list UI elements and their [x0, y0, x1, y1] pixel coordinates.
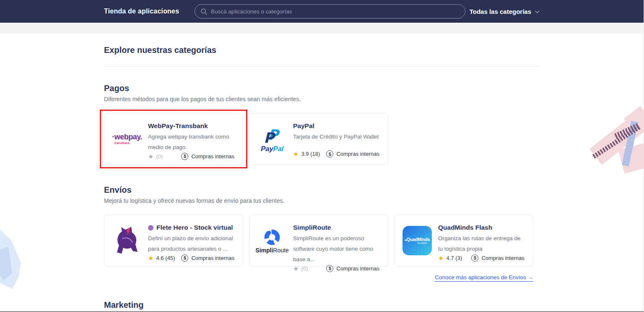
in-app-purchases-label: Compras internas	[336, 151, 379, 157]
decorative-pink-ribbon	[589, 109, 644, 165]
simpliroute-mark-icon	[263, 228, 281, 246]
section-marketing: Marketing	[104, 300, 540, 310]
svg-text:P: P	[264, 129, 276, 144]
page-header-title: Tienda de aplicaciones	[104, 8, 179, 15]
search-icon	[201, 8, 207, 15]
dollar-circle-icon	[326, 265, 333, 272]
decorative-shape-right	[592, 105, 644, 189]
rating-text: (0)	[301, 265, 308, 272]
app-name-text: PayPal	[293, 122, 314, 130]
webpay-wordmark: ·webpay.	[112, 133, 142, 141]
section-divider	[104, 66, 540, 67]
app-rating: (0)	[148, 153, 163, 160]
chevron-down-icon	[535, 8, 540, 13]
envios-description: Mejorá tu logística y ofrecé nuevas form…	[104, 197, 540, 204]
dollar-circle-icon	[181, 153, 188, 160]
pagos-cards-grid: ·webpay. transbank. WebPay-Transbank Agr…	[104, 113, 540, 165]
more-envios-link[interactable]: Conoce más aplicaciones de Envíos →	[435, 274, 533, 282]
app-name: PayPal	[293, 122, 379, 130]
paypal-wordmark-pal: Pal	[273, 145, 283, 153]
search-input[interactable]	[211, 8, 459, 15]
decorative-shape-left	[0, 230, 21, 291]
app-card-webpay-transbank[interactable]: ·webpay. transbank. WebPay-Transbank Agr…	[104, 113, 243, 165]
in-app-purchases-badge: Compras internas	[326, 265, 379, 272]
dollar-circle-icon	[471, 254, 478, 262]
card-footer: 4.6 (45) Compras internas	[148, 254, 234, 262]
decorative-blue-patch	[0, 247, 12, 281]
app-description: Tarjeta de Crédito y PayPal Wallet	[293, 132, 379, 142]
paypal-wordmark: PayPal	[261, 145, 283, 152]
app-description: Organiza las rutas de entrega de tu logí…	[438, 233, 525, 254]
webpay-logo: ·webpay. transbank.	[111, 133, 143, 145]
app-card-quadminds-flash[interactable]: QuadMinds FLASH QuadMinds Flash Organiza…	[394, 215, 533, 267]
app-name: SimpliRoute	[293, 224, 379, 231]
app-card-simpliroute[interactable]: SimpliRoute SimpliRoute SimpliRoute es u…	[249, 215, 388, 267]
app-description: SimpliRoute es un poderoso software cuyo…	[293, 233, 379, 265]
in-app-purchases-label: Compras internas	[336, 265, 379, 272]
app-card-flete-hero[interactable]: Flete Hero - Stock virtual Definí un pla…	[104, 215, 243, 267]
main-content: Explore nuestras categorías Pagos Difere…	[104, 45, 540, 310]
envios-title: Envíos	[104, 185, 540, 195]
in-app-purchases-label: Compras internas	[191, 255, 234, 261]
app-name-text: Flete Hero - Stock virtual	[156, 224, 233, 231]
paypal-wordmark-pay: Pay	[261, 145, 273, 153]
flete-hero-logo	[111, 226, 143, 255]
subheader-strip	[0, 23, 644, 34]
card-footer: (0) Compras internas	[148, 153, 234, 160]
card-footer: (0) Compras internas	[293, 265, 379, 272]
app-store-page: Tienda de aplicaciones Todas las categor…	[0, 0, 644, 312]
app-name-text: WebPay-Transbank	[148, 122, 208, 130]
star-icon	[293, 151, 299, 157]
rating-text: 4.7 (3)	[446, 255, 462, 261]
card-body: PayPal Tarjeta de Crédito y PayPal Walle…	[293, 113, 379, 165]
marketing-title: Marketing	[104, 300, 540, 310]
app-rating: 4.6 (45)	[148, 255, 175, 261]
quadminds-logo: QuadMinds FLASH	[401, 226, 433, 255]
app-name: QuadMinds Flash	[438, 224, 525, 231]
section-envios: Envíos Mejorá tu logística y ofrecé nuev…	[104, 185, 540, 282]
flete-hero-cat-icon	[114, 226, 140, 255]
decorative-pink-tip	[624, 106, 644, 130]
app-card-paypal[interactable]: P P PayPal PayPal Tarjeta de Crédito y P…	[249, 113, 388, 165]
decorative-blue-stripe	[622, 121, 638, 166]
card-body: Flete Hero - Stock virtual Definí un pla…	[148, 215, 234, 266]
app-name-text: QuadMinds Flash	[438, 224, 492, 231]
simpliroute-wordmark-bold: Simpli	[255, 247, 273, 254]
pagos-description: Diferentes métodos para que los pagos de…	[104, 96, 540, 102]
in-app-purchases-badge: Compras internas	[181, 254, 234, 262]
purple-dot-icon	[148, 225, 153, 231]
star-icon	[293, 265, 299, 272]
search-bar[interactable]	[195, 4, 465, 18]
quadminds-wordmark: QuadMinds	[405, 237, 430, 242]
app-description: Agrega webpay transbank como medio de pa…	[148, 132, 234, 153]
quadminds-logo-tile: QuadMinds FLASH	[402, 226, 432, 255]
card-body: WebPay-Transbank Agrega webpay transbank…	[148, 113, 234, 165]
rating-text: (0)	[156, 153, 163, 160]
app-rating: (0)	[293, 265, 308, 272]
quadminds-flash-label: FLASH	[418, 242, 427, 244]
app-rating: 4.7 (3)	[438, 255, 462, 261]
dollar-circle-icon	[181, 254, 188, 262]
paypal-logo: P P PayPal	[256, 126, 288, 152]
app-rating: 3.9 (18)	[293, 151, 320, 157]
dollar-circle-icon	[326, 150, 333, 157]
app-name: Flete Hero - Stock virtual	[148, 224, 234, 231]
more-link-row: Conoce más aplicaciones de Envíos →	[104, 273, 533, 282]
section-pagos: Pagos Diferentes métodos para que los pa…	[104, 84, 540, 165]
app-name: WebPay-Transbank	[148, 122, 234, 130]
transbank-wordmark: transbank.	[114, 142, 130, 145]
card-body: QuadMinds Flash Organiza las rutas de en…	[438, 215, 525, 266]
paypal-monogram-icon: P P	[262, 126, 282, 144]
rating-text: 3.9 (18)	[301, 151, 320, 157]
decorative-scribble	[614, 123, 640, 139]
in-app-purchases-badge: Compras internas	[181, 153, 234, 160]
categories-dropdown[interactable]: Todas las categorías	[470, 8, 538, 15]
star-icon	[148, 153, 153, 160]
rating-text: 4.6 (45)	[156, 255, 175, 261]
simpliroute-wordmark: SimpliRoute	[255, 247, 288, 253]
envios-cards-grid: Flete Hero - Stock virtual Definí un pla…	[104, 215, 540, 267]
decorative-pink-blob	[618, 143, 644, 174]
decorative-blue-blob	[0, 230, 21, 291]
decorative-scribble	[592, 125, 641, 159]
in-app-purchases-label: Compras internas	[481, 255, 525, 261]
